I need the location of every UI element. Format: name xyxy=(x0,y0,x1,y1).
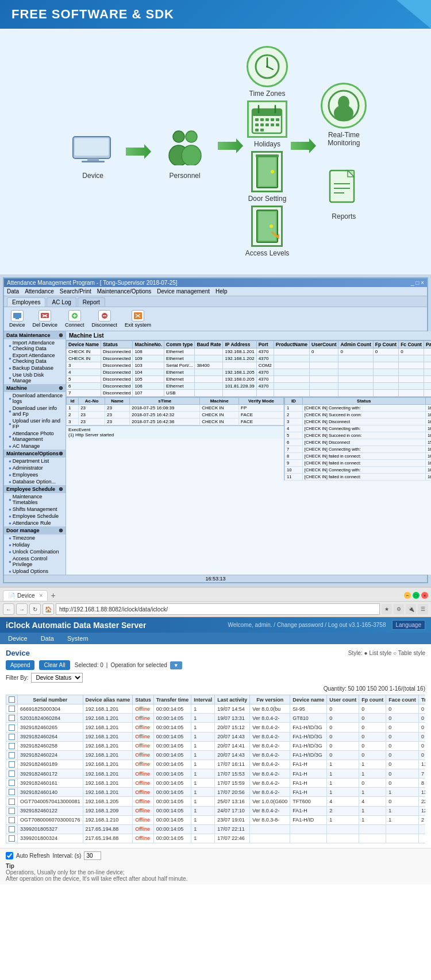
row-checkbox[interactable] xyxy=(9,789,15,795)
device-toolbar-btn[interactable]: Device xyxy=(7,309,28,329)
sidebar-section-door[interactable]: Door manage ⊗ xyxy=(4,526,66,534)
row-checkbox[interactable] xyxy=(9,799,15,805)
sidebar-download-user[interactable]: ●Download user info and Fp xyxy=(4,405,66,417)
report-tab[interactable]: Report xyxy=(78,297,105,307)
device-row-checkbox-8[interactable] xyxy=(6,778,18,788)
iclock-nav-system[interactable]: System xyxy=(65,634,91,643)
app-menubar[interactable]: Data Attendance Search/Print Maintenance… xyxy=(4,287,427,296)
iclock-nav-data[interactable]: Data xyxy=(39,634,56,643)
row-checkbox[interactable] xyxy=(9,808,15,814)
browser-bookmark-icon[interactable]: ★ xyxy=(382,604,392,614)
row-checkbox[interactable] xyxy=(9,706,15,712)
device-table-container[interactable]: Serial number Device alias name Status T… xyxy=(6,695,425,843)
menu-device-mgmt[interactable]: Device management xyxy=(157,288,210,295)
row-checkbox[interactable] xyxy=(9,780,15,786)
clear-all-button[interactable]: Clear All xyxy=(39,660,70,670)
sidebar-ac-manage[interactable]: ●AC Manage xyxy=(4,443,66,450)
device-table-row[interactable]: 52031824060284192.168.1.201Offline00:00:… xyxy=(6,714,426,723)
del-device-toolbar-btn[interactable]: Del Device xyxy=(30,309,60,329)
device-table-row[interactable]: OGT70800060703000176192.168.1.210Offline… xyxy=(6,815,426,824)
menu-search[interactable]: Search/Print xyxy=(60,288,91,295)
sidebar-emp-schedule[interactable]: ●Employee Schedule xyxy=(4,513,66,520)
sidebar-backup-db[interactable]: ●Backup Database xyxy=(4,365,66,371)
sidebar-timetables[interactable]: ●Maintenance Timetables xyxy=(4,493,66,506)
device-table-row[interactable]: 3929182460189192.168.1.201Offline00:00:1… xyxy=(6,760,426,769)
row-checkbox[interactable] xyxy=(9,826,15,832)
sidebar-section-maintenance[interactable]: Maintenance/Options ⊗ xyxy=(4,450,66,458)
auto-refresh-checkbox[interactable] xyxy=(6,852,13,859)
device-row-checkbox-7[interactable] xyxy=(6,769,18,778)
device-table-row[interactable]: 3929182460161192.168.1.201Offline00:00:1… xyxy=(6,778,426,788)
menu-help[interactable]: Help xyxy=(216,288,228,295)
device-row-checkbox-10[interactable] xyxy=(6,797,18,806)
machine-table-container[interactable]: Device Name Status MachineNo. Comm type … xyxy=(66,340,431,397)
device-row-checkbox-5[interactable] xyxy=(6,750,18,760)
device-table-row[interactable]: 3399201800324217.65.194.88Offline00:00:1… xyxy=(6,834,426,843)
menu-data[interactable]: Data xyxy=(7,288,19,295)
device-row-checkbox-0[interactable] xyxy=(6,704,18,714)
row-checkbox[interactable] xyxy=(9,743,15,749)
menu-attendance[interactable]: Attendance xyxy=(25,288,54,295)
sidebar-upload-options[interactable]: ●Upload Options xyxy=(4,568,66,575)
sidebar-employees[interactable]: ●Employees xyxy=(4,471,66,478)
menu-maintenance[interactable]: Maintenance/Options xyxy=(97,288,152,295)
row-checkbox[interactable] xyxy=(9,835,15,842)
device-row-checkbox-12[interactable] xyxy=(6,815,18,824)
browser-active-tab[interactable]: 📄 Device × xyxy=(3,590,48,601)
browser-home-button[interactable]: 🏠 xyxy=(43,603,54,615)
employees-tab[interactable]: Employees xyxy=(7,297,45,307)
row-checkbox[interactable] xyxy=(9,752,15,758)
browser-settings-icon[interactable]: ⚙ xyxy=(394,604,404,614)
interval-input[interactable] xyxy=(84,851,101,860)
sidebar-db-option[interactable]: ●Database Option... xyxy=(4,478,66,485)
sidebar-usb-disk[interactable]: ●Use Usb Disk Manage xyxy=(4,371,66,384)
sidebar-unlock-combo[interactable]: ●Unlock Combination xyxy=(4,548,66,555)
sidebar-holiday[interactable]: ●Holiday xyxy=(4,541,66,548)
sidebar-att-rule[interactable]: ●Attendance Rule xyxy=(4,520,66,526)
sidebar-section-data-maintenance[interactable]: Data Maintenance ⊗ xyxy=(4,331,66,339)
device-row-checkbox-4[interactable] xyxy=(6,741,18,750)
device-table-row[interactable]: 3399201805327217.65.194.88Offline00:00:1… xyxy=(6,824,426,834)
sidebar-import-attendance[interactable]: ●Import Attendance Checking Data xyxy=(4,339,66,352)
device-table-row[interactable]: 3929182460224192.168.1.201Offline00:00:1… xyxy=(6,750,426,760)
sidebar-download-logs[interactable]: ●Download attendance logs xyxy=(4,392,66,405)
device-table-row[interactable]: 3929182460264192.168.1.201Offline00:00:1… xyxy=(6,732,426,741)
device-row-checkbox-13[interactable] xyxy=(6,824,18,834)
row-checkbox[interactable] xyxy=(9,725,15,731)
filter-select[interactable]: Device Status xyxy=(31,673,83,683)
device-row-checkbox-9[interactable] xyxy=(6,788,18,797)
browser-url-input[interactable] xyxy=(56,603,380,615)
browser-menu-icon[interactable]: ☰ xyxy=(418,604,428,614)
row-checkbox[interactable] xyxy=(9,761,15,768)
sidebar-upload-user[interactable]: ●Upload user info and FP xyxy=(4,417,66,430)
device-table-row[interactable]: 3929182460140192.168.1.201Offline00:00:1… xyxy=(6,788,426,797)
sidebar-dept-list[interactable]: ●Department List xyxy=(4,458,66,464)
row-checkbox[interactable] xyxy=(9,734,15,740)
device-row-checkbox-14[interactable] xyxy=(6,834,18,843)
row-checkbox[interactable] xyxy=(9,817,15,823)
disconnect-toolbar-btn[interactable]: Disconnect xyxy=(90,309,120,329)
exit-toolbar-btn[interactable]: Exit system xyxy=(122,309,153,329)
device-table-row[interactable]: 3929182460172192.168.1.201Offline00:00:1… xyxy=(6,769,426,778)
browser-back-button[interactable]: ← xyxy=(3,603,14,615)
row-checkbox[interactable] xyxy=(9,715,15,721)
device-table-row[interactable]: 3929182460265192.168.1.201Offline00:00:1… xyxy=(6,723,426,732)
browser-tab-close[interactable]: × xyxy=(40,592,43,599)
browser-new-tab-button[interactable]: + xyxy=(48,590,58,601)
browser-maximize-button[interactable]: □ xyxy=(413,592,420,599)
sidebar-access-priv[interactable]: ●Access Control Privilege xyxy=(4,555,66,568)
operation-dropdown[interactable]: ▼ xyxy=(170,661,182,669)
select-all-checkbox[interactable] xyxy=(9,696,15,703)
browser-close-button[interactable]: × xyxy=(421,592,428,599)
browser-refresh-button[interactable]: ↻ xyxy=(29,603,41,615)
iclock-nav-device[interactable]: Device xyxy=(6,634,30,643)
device-table-row[interactable]: 3929182460122192.168.1.209Offline00:00:1… xyxy=(6,806,426,815)
device-table-row[interactable]: 66691825000304192.168.1.201Offline00:00:… xyxy=(6,704,426,714)
sidebar-timezone[interactable]: ●Timezone xyxy=(4,534,66,541)
aclog-tab[interactable]: AC Log xyxy=(47,297,76,307)
sidebar-section-machine[interactable]: Machine ⊗ xyxy=(4,384,66,392)
sidebar-admin[interactable]: ●Administrator xyxy=(4,464,66,471)
browser-forward-button[interactable]: → xyxy=(16,603,28,615)
device-row-checkbox-6[interactable] xyxy=(6,760,18,769)
device-row-checkbox-3[interactable] xyxy=(6,732,18,741)
